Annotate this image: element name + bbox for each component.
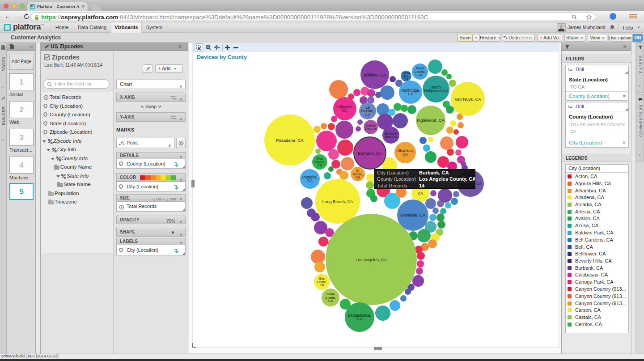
svg-text:Hollywood,CA: Hollywood,CA xyxy=(424,89,448,93)
svg-text:Inglewood, CA: Inglewood, CA xyxy=(417,118,445,123)
svg-text:CA: CA xyxy=(320,283,324,287)
svg-text:Hills,CA: Hills,CA xyxy=(385,135,398,139)
svg-text:CA: CA xyxy=(365,113,370,117)
svg-text:CA: CA xyxy=(408,92,413,96)
svg-text:CA: CA xyxy=(418,73,422,77)
svg-text:City,CA: City,CA xyxy=(365,127,377,131)
svg-text:CA: CA xyxy=(476,182,482,186)
svg-text:CA: CA xyxy=(404,77,408,81)
svg-text:CA: CA xyxy=(357,317,362,321)
svg-text:Long Beach, CA: Long Beach, CA xyxy=(322,199,353,204)
svg-text:Glendale, CA: Glendale, CA xyxy=(400,212,426,217)
svg-text:CA: CA xyxy=(328,299,333,303)
svg-text:CA: CA xyxy=(402,152,408,157)
svg-text:Whittier, CA: Whittier, CA xyxy=(364,72,386,77)
svg-text:CA: CA xyxy=(318,163,322,167)
svg-text:Burbank, CA: Burbank, CA xyxy=(358,151,382,156)
svg-text:Pasadena, CA: Pasadena, CA xyxy=(276,138,304,143)
svg-text:CA: CA xyxy=(418,191,423,195)
svg-text:CA: CA xyxy=(342,108,347,113)
svg-text:CA: CA xyxy=(307,178,313,183)
svg-text:CA: CA xyxy=(356,175,360,179)
svg-text:Van Nuys, CA: Van Nuys, CA xyxy=(455,97,482,102)
svg-text:Los Angeles, CA: Los Angeles, CA xyxy=(356,257,387,262)
